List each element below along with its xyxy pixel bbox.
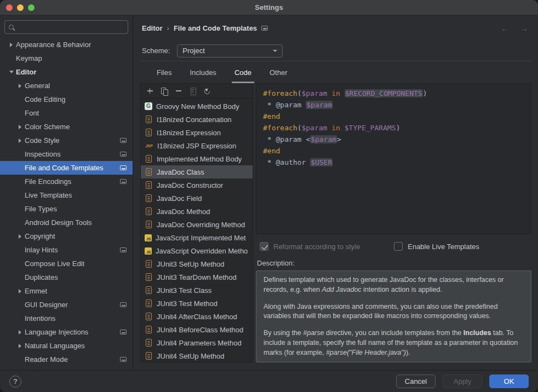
sidebar-item-copyright[interactable]: Copyright <box>0 229 133 243</box>
template-name: JUnit3 Test Method <box>157 299 218 308</box>
reformat-option[interactable]: Reformat according to style <box>260 242 360 251</box>
reformat-checkbox[interactable] <box>260 242 268 251</box>
template-icon <box>146 155 152 163</box>
template-list-item-junit4-parameters-method[interactable]: JUnit4 Parameters Method <box>141 336 253 349</box>
ok-button[interactable]: OK <box>489 374 529 388</box>
remove-template-button[interactable] <box>172 85 185 97</box>
template-list-item-implemented-method-body[interactable]: Implemented Method Body <box>141 152 253 165</box>
template-list-item-i18nized-concatenation[interactable]: I18nized Concatenation <box>141 113 253 126</box>
template-editor[interactable]: #foreach($param in $RECORD_COMPONENTS) *… <box>256 83 531 234</box>
sidebar-item-label: Color Scheme <box>25 123 70 131</box>
sidebar-item-live-templates[interactable]: Live Templates <box>0 188 133 202</box>
settings-tree: Appearance & BehaviorKeymapEditorGeneral… <box>0 38 133 370</box>
sidebar-item-reader-mode[interactable]: Reader Mode <box>0 353 133 366</box>
forward-icon[interactable]: → <box>520 24 528 33</box>
sidebar-item-inspections[interactable]: Inspections <box>0 147 133 161</box>
sidebar-item-code-editing[interactable]: Code Editing <box>0 93 133 106</box>
settings-sidebar: Appearance & BehaviorKeymapEditorGeneral… <box>0 15 133 370</box>
template-name: JUnit4 Parameters Method <box>157 339 242 347</box>
sidebar-item-inlay-hints[interactable]: Inlay Hints <box>0 243 133 257</box>
groovy-icon: G <box>145 102 152 110</box>
tab-includes[interactable]: Includes <box>187 68 219 83</box>
back-icon[interactable]: ← <box>501 24 509 33</box>
live-templates-checkbox[interactable] <box>394 242 403 251</box>
chevron-right-icon[interactable] <box>7 43 16 47</box>
apply-button[interactable]: Apply <box>443 374 482 388</box>
sidebar-item-language-injections[interactable]: Language Injections <box>0 325 133 339</box>
reset-template-button[interactable] <box>201 85 213 97</box>
sidebar-item-file-and-code-templates[interactable]: File and Code Templates <box>0 161 133 175</box>
template-list-item-i18nized-expression[interactable]: I18nized Expression <box>141 126 253 139</box>
template-list-item-junit3-test-class[interactable]: JUnit3 Test Class <box>141 284 253 297</box>
template-list-item-javadoc-class[interactable]: JavaDoc Class <box>141 165 253 178</box>
template-list-item-i18nized-jsp-expression[interactable]: JSPI18nized JSP Expression <box>141 139 253 152</box>
help-button[interactable]: ? <box>9 376 21 388</box>
tab-files[interactable]: Files <box>154 68 174 83</box>
sidebar-item-code-style[interactable]: Code Style <box>0 134 133 147</box>
template-options: Reformat according to style Enable Live … <box>256 240 531 253</box>
template-list-item-junit3-setup-method[interactable]: JUnit3 SetUp Method <box>141 257 253 270</box>
sidebar-item-gui-designer[interactable]: GUI Designer <box>0 298 133 312</box>
sidebar-item-duplicates[interactable]: Duplicates <box>0 270 133 284</box>
chevron-right-icon[interactable] <box>15 344 25 348</box>
sidebar-item-natural-languages[interactable]: Natural Languages <box>0 339 133 353</box>
sidebar-item-android-design-tools[interactable]: Android Design Tools <box>0 216 133 229</box>
sidebar-item-label: GUI Designer <box>25 301 68 309</box>
sidebar-item-intentions[interactable]: Intentions <box>0 312 133 325</box>
live-templates-option[interactable]: Enable Live Templates <box>394 242 479 251</box>
template-list-item-javadoc-overriding-method[interactable]: JavaDoc Overriding Method <box>141 218 253 231</box>
settings-search-box[interactable] <box>4 20 128 34</box>
description-box[interactable]: Defines template which used to generate … <box>256 270 531 362</box>
chevron-right-icon[interactable] <box>15 289 25 293</box>
template-list-item-junit3-teardown-method[interactable]: JUnit3 TearDown Method <box>141 270 253 284</box>
search-input[interactable] <box>18 22 124 32</box>
chevron-right-icon[interactable] <box>15 234 25 239</box>
cancel-button[interactable]: Cancel <box>396 374 436 388</box>
code-line: * @param $param <box>263 99 524 111</box>
paste-template-button[interactable] <box>186 85 199 97</box>
sidebar-item-file-encodings[interactable]: File Encodings <box>0 175 133 188</box>
template-list-item-javadoc-field[interactable]: JavaDoc Field <box>141 192 253 205</box>
screen-badge-icon <box>120 330 127 335</box>
chevron-right-icon[interactable] <box>15 125 25 129</box>
sidebar-item-emmet[interactable]: Emmet <box>0 284 133 298</box>
template-icon <box>146 221 152 228</box>
chevron-right-icon[interactable] <box>15 84 25 88</box>
template-list-item-junit4-afterclass-method[interactable]: JUnit4 AfterClass Method <box>141 310 253 323</box>
template-name: JUnit4 SetUp Method <box>157 352 225 360</box>
sidebar-item-general[interactable]: General <box>0 79 133 93</box>
js-icon: JS <box>145 247 152 255</box>
breadcrumb-editor[interactable]: Editor <box>142 24 163 32</box>
template-list-item-groovy-new-method-body[interactable]: GGroovy New Method Body <box>141 100 253 113</box>
create-template-button[interactable] <box>144 85 156 97</box>
sidebar-item-compose-live-edit[interactable]: Compose Live Edit <box>0 257 133 270</box>
sidebar-item-file-types[interactable]: File Types <box>0 202 133 216</box>
sidebar-item-keymap[interactable]: Keymap <box>0 51 133 65</box>
template-list-item-javadoc-constructor[interactable]: JavaDoc Constructor <box>141 178 253 192</box>
sidebar-item-appearance-behavior[interactable]: Appearance & Behavior <box>0 38 133 51</box>
chevron-right-icon[interactable] <box>15 330 25 335</box>
tab-code[interactable]: Code <box>232 68 254 83</box>
template-icon <box>146 181 152 189</box>
template-icon <box>146 207 152 215</box>
template-list-item-junit3-test-method[interactable]: JUnit3 Test Method <box>141 297 253 310</box>
template-list-item-javascript-implemented-met[interactable]: JSJavaScript Implemented Met <box>141 231 253 244</box>
sidebar-item-font[interactable]: Font <box>0 106 133 120</box>
duplicate-template-button[interactable] <box>158 85 170 97</box>
template-name: I18nized Concatenation <box>157 116 232 124</box>
scheme-dropdown[interactable]: Project <box>177 44 283 57</box>
sidebar-item-label: Appearance & Behavior <box>16 41 91 49</box>
template-list-item-javascript-overridden-metho[interactable]: JSJavaScript Overridden Metho <box>141 244 253 257</box>
chevron-right-icon[interactable] <box>15 139 25 143</box>
template-list-item-junit4-beforeclass-method[interactable]: JUnit4 BeforeClass Method <box>141 323 253 336</box>
template-list-item-javadoc-method[interactable]: JavaDoc Method <box>141 205 253 218</box>
sidebar-item-color-scheme[interactable]: Color Scheme <box>0 120 133 134</box>
screen-badge-icon <box>120 247 127 252</box>
tab-other[interactable]: Other <box>267 68 290 83</box>
history-nav: ← → <box>501 15 528 41</box>
sidebar-item-label: Natural Languages <box>25 342 85 350</box>
template-name: JUnit4 AfterClass Method <box>157 313 237 321</box>
chevron-down-icon[interactable] <box>7 71 16 73</box>
sidebar-item-editor[interactable]: Editor <box>0 65 133 79</box>
template-list-item-junit4-setup-method[interactable]: JUnit4 SetUp Method <box>141 349 253 362</box>
